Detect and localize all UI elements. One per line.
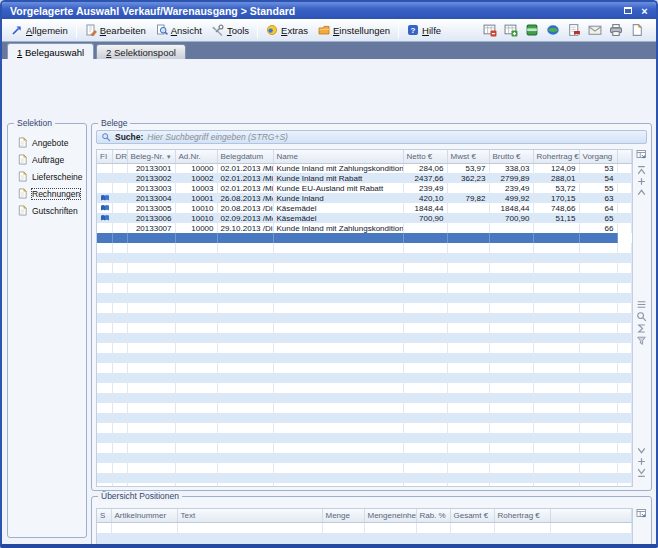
sidebar-item-lieferscheine[interactable]: Lieferscheine [8,168,86,185]
empty-row[interactable] [97,473,631,483]
column-header-brutto[interactable]: Brutto € [489,150,533,163]
menu-item-tools[interactable]: Tools [207,22,254,38]
empty-row[interactable] [97,383,631,393]
empty-row[interactable] [97,283,631,293]
sidebar-item-auftr-ge[interactable]: Aufträge [8,151,86,168]
beleg-row-20133005[interactable]: 201330051001020.08.2013 /DiKäsemädel1848… [97,203,631,213]
empty-row[interactable] [97,423,631,433]
beleg-row-20133006[interactable]: 201330061001002.09.2013 /MoKäsemädel700,… [97,213,631,223]
empty-row[interactable] [97,483,631,487]
empty-row[interactable] [97,363,631,373]
empty-row[interactable] [97,433,631,443]
tab-1-belegauswahl[interactable]: 1 Belegauswahl [7,43,94,59]
empty-row[interactable] [97,343,631,353]
beleg-row-20133001[interactable]: 201330011000002.01.2013 /MiKunde Inland … [97,163,631,173]
column-header-vorgang[interactable]: Vorgang [579,150,617,163]
column-header-mwst[interactable]: Mwst € [447,150,489,163]
empty-row[interactable] [97,253,631,263]
cell-fi [97,223,112,233]
column-header-rohertrag[interactable]: Rohertrag € [533,150,579,163]
new-document-icon[interactable] [630,23,644,37]
column-header-ad-nr[interactable]: Ad.Nr. [175,150,217,163]
menu-item-ansicht[interactable]: Ansicht [151,22,207,38]
sidebar-item-angebote[interactable]: Angebote [8,134,86,151]
column-header-dr[interactable]: DR [112,150,127,163]
table-remove-icon[interactable] [483,23,497,37]
positionen-empty-row[interactable] [97,544,631,548]
search-small-icon[interactable] [636,311,648,323]
cell-ad_nr [175,293,217,303]
pos-column-header-text[interactable]: Text [177,509,322,522]
filter-icon[interactable] [636,335,648,347]
pos-column-header-rohertrag[interactable]: Rohertrag € [494,509,550,522]
beleg-row-20133007[interactable]: 201330071000029.10.2013 /DiKunde Inland … [97,223,631,233]
pos-column-header-rab[interactable]: Rab. % [416,509,450,522]
menu-item-hilfe[interactable]: ?Hilfe [402,22,446,38]
column-chooser-icon[interactable] [636,149,648,161]
sidebar-item-gutschriften[interactable]: Gutschriften [8,202,86,219]
empty-row[interactable] [97,373,631,383]
document-flag-icon[interactable] [567,23,581,37]
column-header-name[interactable]: Name [273,150,403,163]
menu-item-extras[interactable]: Extras [261,22,313,38]
empty-row[interactable] [97,403,631,413]
cell-netto [403,483,447,487]
scroll-up-icon[interactable] [636,187,648,199]
empty-row[interactable] [97,243,631,253]
tab-2-selektionspool[interactable]: 2 Selektionspool [96,44,186,59]
selected-row[interactable] [97,233,631,243]
empty-row[interactable] [97,393,631,403]
empty-row[interactable] [97,273,631,283]
view-magnifier-icon [156,24,168,36]
beleg-row-20133004[interactable]: 201330041000126.08.2013 /MoKunde Inland4… [97,193,631,203]
search-bar[interactable]: Suche: [96,130,647,144]
pos-column-header-artikelnummer[interactable]: Artikelnummer [111,509,177,522]
empty-row[interactable] [97,463,631,473]
globe-icon[interactable] [546,23,560,37]
pos-column-header-gesamt[interactable]: Gesamt € [450,509,494,522]
envelope-icon[interactable] [588,23,602,37]
empty-row[interactable] [97,263,631,273]
cell-rohertrag: 748,66 [533,203,579,213]
package-icon[interactable] [525,23,539,37]
cell-fi [97,313,112,323]
column-header-belegdatum[interactable]: Belegdatum [217,150,273,163]
empty-row[interactable] [97,353,631,363]
empty-row[interactable] [97,293,631,303]
empty-row[interactable] [97,413,631,423]
cell-beleg_nr [127,303,175,313]
positionen-empty-row[interactable] [97,522,631,533]
pos-column-header-mengeneinheit[interactable]: Mengeneinheit [364,509,416,522]
beleg-row-20133003[interactable]: 201330031000302.01.2013 /MiKunde EU-Ausl… [97,183,631,193]
table-add-icon[interactable] [504,23,518,37]
menu-item-allgemein[interactable]: Allgemein [6,22,73,38]
empty-row[interactable] [97,313,631,323]
search-input[interactable] [147,132,642,142]
empty-row[interactable] [97,333,631,343]
positionen-empty-row[interactable] [97,533,631,544]
cell-dr [112,463,127,473]
empty-row[interactable] [97,453,631,463]
empty-row[interactable] [97,303,631,313]
cell-ad_nr [175,303,217,313]
column-chooser-icon[interactable] [636,508,648,520]
menu-item-einstellungen[interactable]: Einstellungen [313,22,395,38]
scroll-bottom-icon[interactable] [636,467,648,479]
sum-icon[interactable] [636,323,648,335]
beleg-row-20133002[interactable]: 201330021000202.01.2013 /MiKunde Inland … [97,173,631,183]
empty-row[interactable] [97,443,631,453]
menu-item-bearbeiten[interactable]: Bearbeiten [80,22,151,38]
pos-column-header-s[interactable]: S [97,509,111,522]
printer-icon[interactable] [609,23,623,37]
restore-button[interactable] [620,5,635,17]
close-button[interactable]: × [637,5,652,17]
column-header-beleg-nr[interactable]: Beleg-Nr.▼ [127,150,175,163]
column-header-fi[interactable]: FI [97,150,112,163]
pos-cell [550,544,631,548]
details-icon[interactable] [636,299,648,311]
cell-beleg_nr [127,393,175,403]
column-header-netto[interactable]: Netto € [403,150,447,163]
empty-row[interactable] [97,323,631,333]
pos-column-header-menge[interactable]: Menge [322,509,364,522]
sidebar-item-rechnungen[interactable]: Rechnungen [8,185,86,202]
